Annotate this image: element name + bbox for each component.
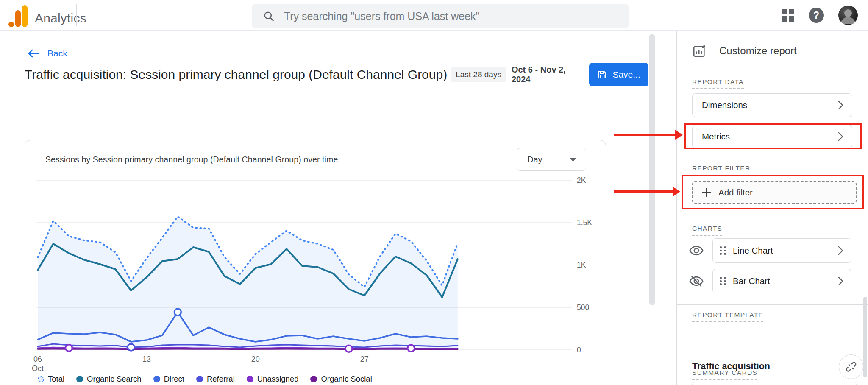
metrics-row[interactable]: Metrics (692, 125, 852, 148)
x-axis-tick-label: 20 (251, 355, 260, 363)
legend-label: Direct (164, 374, 184, 384)
unlink-icon (845, 360, 857, 373)
main-scrollbar-thumb[interactable] (649, 34, 655, 305)
visibility-off-icon[interactable] (687, 275, 706, 287)
data-point-marker[interactable] (65, 345, 72, 352)
bar-chart-label: Bar Chart (733, 276, 838, 286)
x-axis-tick-label: 27 (360, 355, 369, 363)
google-analytics-logo-icon (8, 6, 26, 28)
report-filter-section-label: REPORT FILTER (692, 165, 750, 176)
drag-handle-icon[interactable] (720, 246, 726, 255)
bar-chart-item[interactable]: Bar Chart (712, 269, 851, 293)
global-search[interactable] (252, 4, 629, 28)
back-button[interactable]: Back (27, 48, 67, 59)
main-scrollbar[interactable] (648, 31, 656, 385)
add-filter-label: Add filter (718, 187, 753, 198)
metrics-annotation-arrow (614, 134, 676, 136)
legend-item-unassigned[interactable]: Unassigned (247, 374, 299, 384)
account-avatar[interactable] (838, 6, 858, 25)
legend-item-organic-social[interactable]: Organic Social (310, 374, 372, 384)
apps-grid-icon[interactable] (782, 9, 794, 22)
chevron-down-icon (570, 158, 576, 162)
add-filter-annotation-arrow (614, 190, 673, 193)
unlink-template-button[interactable] (839, 354, 863, 379)
analytics-home-link[interactable]: Analytics (8, 6, 86, 28)
sessions-chart-card: Sessions by Session primary channel grou… (25, 140, 606, 385)
legend-item-direct[interactable]: Direct (153, 374, 184, 384)
chevron-right-icon (838, 246, 843, 255)
line-chart-label: Line Chart (733, 246, 838, 256)
y-axis-tick-label: 2K (577, 176, 586, 184)
line-chart-row: Line Chart (677, 238, 868, 263)
series-line-organic-social (38, 349, 458, 349)
panel-title: Customize report (719, 45, 797, 57)
legend-dashed-ring-icon (38, 376, 44, 382)
report-data-section-label: REPORT DATA (692, 78, 744, 89)
add-filter-button[interactable]: Add filter (692, 181, 857, 204)
visibility-on-icon[interactable] (687, 245, 706, 257)
line-chart-item[interactable]: Line Chart (712, 238, 851, 263)
help-icon[interactable]: ? (809, 8, 824, 23)
bar-chart-row: Bar Chart (677, 269, 868, 293)
save-label: Save... (612, 70, 640, 80)
y-axis-tick-label: 1.5K (577, 218, 592, 227)
back-label: Back (47, 48, 67, 59)
panel-divider (677, 220, 868, 220)
chevron-right-icon (838, 132, 843, 141)
plus-icon (701, 187, 712, 198)
customize-report-icon (692, 44, 707, 58)
panel-divider (677, 304, 868, 305)
sessions-line-chart[interactable]: 05001K1.5K2K06Oct132027 (25, 170, 606, 374)
y-axis-tick-label: 1K (577, 261, 586, 269)
legend-item-organic-search[interactable]: Organic Search (76, 374, 142, 384)
brand-divider (76, 4, 77, 26)
legend-dot-icon (153, 376, 160, 382)
charts-section-label: CHARTS (692, 225, 722, 236)
legend-label: Organic Social (321, 374, 372, 384)
data-point-marker[interactable] (408, 345, 415, 352)
legend-label: Total (48, 374, 64, 384)
top-app-bar: Analytics ? (0, 0, 868, 31)
panel-divider (677, 363, 868, 363)
chevron-right-icon (838, 100, 843, 110)
legend-label: Referral (207, 374, 235, 384)
x-axis-tick-label: 13 (142, 355, 151, 363)
chart-legend: TotalOrganic SearchDirectReferralUnassig… (38, 374, 372, 384)
save-button[interactable]: Save... (589, 63, 648, 86)
y-axis-tick-label: 0 (577, 346, 581, 354)
legend-label: Unassigned (257, 374, 299, 384)
total-area-fill (38, 217, 458, 350)
interval-dropdown[interactable]: Day (517, 148, 586, 171)
chevron-right-icon (838, 276, 843, 286)
report-template-section-label: REPORT TEMPLATE (692, 311, 763, 322)
legend-dot-icon (247, 376, 253, 382)
search-input[interactable] (284, 10, 615, 22)
summary-card-item[interactable] (692, 382, 857, 385)
save-icon (597, 70, 607, 80)
main-content: Back Traffic acquisition: Session primar… (0, 31, 648, 385)
legend-dot-icon (76, 376, 83, 382)
legend-dot-icon (310, 376, 317, 382)
x-axis-tick-label: 06 (33, 355, 42, 363)
summary-cards-section-label: SUMMARY CARDS (692, 369, 757, 380)
legend-dot-icon (196, 376, 203, 382)
data-point-marker[interactable] (174, 309, 181, 315)
legend-item-referral[interactable]: Referral (196, 374, 235, 384)
interval-value: Day (527, 155, 542, 165)
chart-title: Sessions by Session primary channel grou… (45, 155, 338, 165)
customize-report-panel: Customize report REPORT DATA Dimensions … (676, 31, 868, 385)
back-arrow-icon (27, 48, 40, 59)
page-title: Traffic acquisition: Session primary cha… (25, 67, 447, 82)
legend-label: Organic Search (87, 374, 142, 384)
dimensions-row[interactable]: Dimensions (692, 93, 852, 117)
date-range[interactable]: Oct 6 - Nov 2, 2024 (512, 65, 566, 84)
legend-item-total[interactable]: Total (38, 374, 64, 384)
search-icon (263, 10, 275, 22)
data-point-marker[interactable] (345, 345, 352, 352)
metrics-label: Metrics (702, 131, 730, 142)
panel-scrollbar-thumb[interactable] (863, 297, 867, 377)
brand-name: Analytics (35, 11, 86, 25)
data-point-marker[interactable] (128, 344, 134, 351)
panel-divider (677, 158, 868, 158)
drag-handle-icon[interactable] (720, 277, 726, 285)
